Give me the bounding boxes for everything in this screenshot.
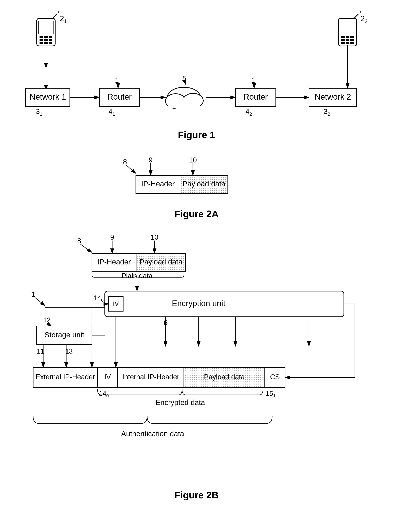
figure2a-container: 8 9 10 IP-Header Payload data Figure xyxy=(15,150,378,219)
svg-rect-37 xyxy=(350,39,354,41)
svg-rect-32 xyxy=(341,36,345,38)
internet-num: 5 xyxy=(182,75,186,82)
figure2b-svg: 8 9 10 IP-Header Payload data Plain data… xyxy=(15,229,383,486)
fig2b-label12: 12 xyxy=(43,316,51,324)
svg-rect-35 xyxy=(341,39,345,41)
router1-num: 41 xyxy=(108,108,115,117)
svg-rect-31 xyxy=(340,21,355,34)
svg-rect-36 xyxy=(346,39,349,41)
fig2b-auth-data: Authentication data xyxy=(121,430,184,438)
fig2b-label14-0a: 140 xyxy=(94,294,103,303)
fig2b-cs-label: CS xyxy=(270,373,280,381)
figure1-container: 21 Network 1 31 Router 41 1 xyxy=(15,11,378,140)
fig2b-iv-bottom: IV xyxy=(104,373,111,381)
fig2b-payload-top: Payload data xyxy=(139,258,182,266)
internet-cloud xyxy=(166,87,203,109)
fig2a-label10: 10 xyxy=(189,156,196,164)
figure2a-svg: 8 9 10 IP-Header Payload data xyxy=(68,150,325,205)
svg-rect-39 xyxy=(346,42,349,44)
svg-rect-33 xyxy=(346,36,349,38)
fig2b-label1: 1 xyxy=(31,290,35,298)
fig2a-label9: 9 xyxy=(149,156,152,164)
svg-line-47 xyxy=(126,165,136,174)
fig2b-ip-header-top: IP-Header xyxy=(97,258,131,266)
mobile1-label: 21 xyxy=(60,14,67,24)
svg-rect-7 xyxy=(49,39,52,41)
network1-label: Network 1 xyxy=(29,92,66,101)
svg-line-57 xyxy=(81,244,92,252)
fig2b-storage-label: Storage unit xyxy=(44,331,84,339)
router2-label: Router xyxy=(244,92,268,101)
arrow1-label1: 1 xyxy=(115,77,119,84)
fig2b-payload-bottom: Payload data xyxy=(204,373,245,381)
router1-label: Router xyxy=(107,92,132,101)
fig2a-label8: 8 xyxy=(123,158,127,166)
mobile1-icon xyxy=(37,11,59,46)
svg-rect-8 xyxy=(39,42,43,44)
fig2b-ext-ip-header: External IP-Header xyxy=(35,373,95,381)
svg-line-63 xyxy=(35,298,45,306)
fig2b-label8: 8 xyxy=(77,237,81,245)
fig2b-int-ip-header: Internal IP-Header xyxy=(122,373,179,381)
svg-rect-3 xyxy=(44,36,48,38)
svg-rect-2 xyxy=(39,36,43,38)
svg-line-41 xyxy=(354,14,359,18)
fig2a-ip-header: IP-Header xyxy=(141,180,175,188)
figure1-svg: 21 Network 1 31 Router 41 1 xyxy=(15,11,383,125)
svg-rect-23 xyxy=(168,102,200,108)
figure2b-container: 8 9 10 IP-Header Payload data Plain data… xyxy=(15,229,378,501)
fig2b-label9: 9 xyxy=(110,233,114,241)
page: 21 Network 1 31 Router 41 1 xyxy=(0,0,393,532)
mobile2-label: 22 xyxy=(360,14,368,24)
svg-line-11 xyxy=(52,14,57,18)
fig2a-payload: Payload data xyxy=(182,180,226,188)
svg-rect-40 xyxy=(350,42,354,44)
fig2b-label15-1: 151 xyxy=(266,390,275,398)
mobile2-icon xyxy=(338,11,360,46)
fig2b-label10: 10 xyxy=(151,233,158,241)
fig2b-iv-label: IV xyxy=(113,300,119,307)
fig2b-label14-0b: 140 xyxy=(99,390,109,398)
svg-rect-38 xyxy=(341,42,345,44)
svg-rect-9 xyxy=(44,42,48,44)
fig2b-encryption-unit: Encryption unit xyxy=(172,299,225,308)
svg-rect-34 xyxy=(350,36,354,38)
network2-num: 32 xyxy=(324,108,330,117)
arrow1-label2: 1 xyxy=(251,77,255,84)
svg-rect-5 xyxy=(39,39,43,41)
fig2b-encrypted-data: Encrypted data xyxy=(155,398,205,406)
router2-num: 42 xyxy=(246,108,252,117)
svg-rect-4 xyxy=(49,36,52,38)
network2-label: Network 2 xyxy=(315,92,351,101)
figure2a-caption: Figure 2A xyxy=(15,208,378,219)
figure2b-caption: Figure 2B xyxy=(15,489,378,501)
svg-rect-1 xyxy=(39,21,53,34)
svg-rect-6 xyxy=(44,39,48,41)
network1-num: 31 xyxy=(36,108,43,117)
figure1-caption: Figure 1 xyxy=(15,129,378,140)
svg-rect-10 xyxy=(49,42,52,44)
